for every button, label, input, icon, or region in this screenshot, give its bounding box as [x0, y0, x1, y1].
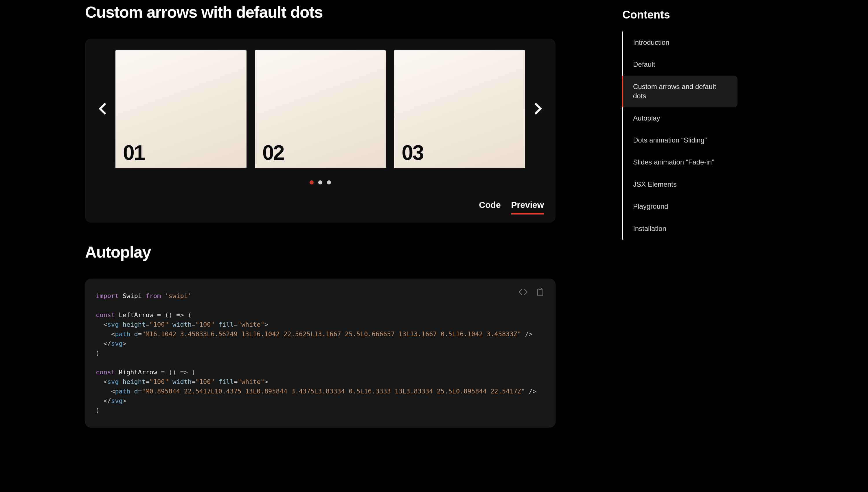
- slide[interactable]: 02: [255, 50, 386, 168]
- carousel-demo-card: 01 02 03: [85, 39, 556, 223]
- table-of-contents: Contents IntroductionDefaultCustom arrow…: [556, 0, 781, 427]
- toc-title: Contents: [623, 9, 781, 21]
- slide-number: 02: [262, 142, 284, 163]
- toc-item[interactable]: Introduction: [623, 31, 739, 53]
- carousel-dot[interactable]: [310, 180, 314, 184]
- carousel-prev-button[interactable]: [97, 102, 108, 117]
- section-title-autoplay: Autoplay: [85, 243, 556, 261]
- toc-item[interactable]: JSX Elements: [623, 173, 739, 195]
- slide-number: 01: [123, 142, 144, 163]
- demo-tabs: Code Preview: [97, 200, 544, 215]
- toc-list: IntroductionDefaultCustom arrows and def…: [623, 31, 781, 240]
- toc-item[interactable]: Slides animation “Fade-in”: [623, 151, 739, 173]
- toc-item[interactable]: Default: [623, 53, 739, 75]
- slide[interactable]: 03: [394, 50, 525, 168]
- chevron-right-icon: [534, 102, 542, 117]
- code-brackets-icon[interactable]: [518, 289, 528, 297]
- toc-item[interactable]: Dots animation “Sliding”: [623, 129, 739, 151]
- carousel-next-button[interactable]: [532, 102, 544, 117]
- slide-number: 03: [402, 142, 423, 163]
- toc-item[interactable]: Installation: [623, 218, 739, 240]
- chevron-left-icon: [98, 102, 107, 117]
- toc-item[interactable]: Custom arrows and default dots: [622, 76, 737, 107]
- tab-preview[interactable]: Preview: [511, 200, 544, 215]
- code-content[interactable]: import Swipi from 'swipi' const LeftArro…: [96, 291, 545, 415]
- svg-rect-0: [538, 289, 543, 296]
- carousel-dots: [97, 180, 544, 184]
- code-actions: [518, 288, 544, 297]
- carousel-row: 01 02 03: [97, 50, 544, 168]
- code-demo-card: import Swipi from 'swipi' const LeftArro…: [85, 279, 556, 427]
- carousel-dot[interactable]: [318, 180, 322, 184]
- slides-row: 01 02 03: [115, 50, 525, 168]
- toc-item[interactable]: Autoplay: [623, 107, 739, 129]
- clipboard-icon[interactable]: [537, 288, 544, 297]
- main-content: Custom arrows with default dots 01 02: [0, 0, 556, 427]
- tab-code[interactable]: Code: [479, 200, 501, 215]
- carousel-dot[interactable]: [327, 180, 331, 184]
- toc-item[interactable]: Playground: [623, 195, 739, 217]
- slide[interactable]: 01: [115, 50, 247, 168]
- section-title-custom-arrows: Custom arrows with default dots: [85, 3, 556, 21]
